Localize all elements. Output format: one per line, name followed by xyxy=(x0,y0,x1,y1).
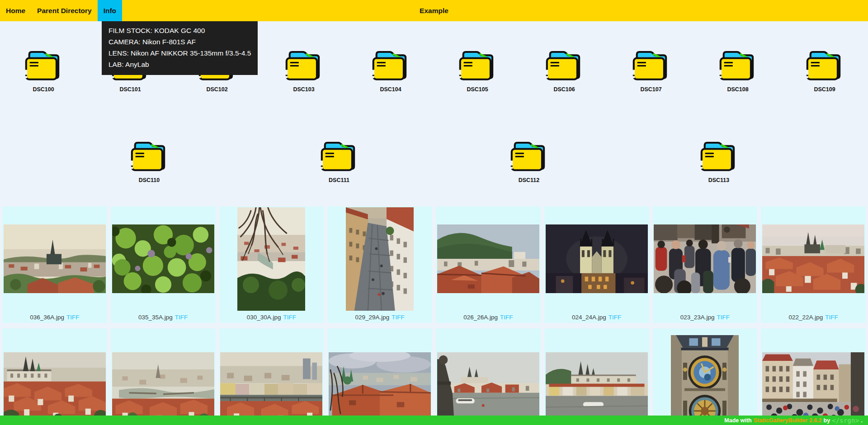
photo-030-30a xyxy=(237,207,305,311)
folder-row-2: DSC110 DSC111 DSC112 DSC113 xyxy=(0,137,868,183)
photo-022-22a xyxy=(762,224,864,293)
tiff-link[interactable]: TIFF xyxy=(500,314,513,321)
photo-024-24a xyxy=(546,224,648,293)
thumbnail-link[interactable] xyxy=(762,224,864,293)
nav-bar: Home Parent Directory Info Example xyxy=(0,0,868,21)
tiff-link[interactable]: TIFF xyxy=(283,314,297,321)
gallery-cell xyxy=(761,328,866,425)
folder-icon xyxy=(128,137,170,174)
folder-dsc107[interactable]: DSC107 xyxy=(630,47,672,93)
tooltip-lab: LAB: AnyLab xyxy=(108,59,251,70)
gallery-cell: 022_22A.jpgTIFF xyxy=(761,206,866,323)
folder-icon xyxy=(717,47,759,83)
folder-dsc113[interactable]: DSC113 xyxy=(698,137,740,183)
thumbnail-link[interactable] xyxy=(112,352,214,421)
folder-icon xyxy=(543,47,585,83)
folder-dsc100[interactable]: DSC100 xyxy=(23,47,64,93)
gallery-cell xyxy=(327,328,432,425)
photo-rooftops xyxy=(329,352,431,421)
thumbnail-filename-link[interactable]: 030_30A.jpg xyxy=(247,314,281,321)
thumbnail-link[interactable] xyxy=(546,224,648,293)
gallery-cell xyxy=(653,328,758,425)
folder-dsc112[interactable]: DSC112 xyxy=(508,137,550,183)
folder-label: DSC106 xyxy=(553,86,575,93)
photo-castle-river xyxy=(546,352,648,421)
folder-dsc108[interactable]: DSC108 xyxy=(717,47,759,93)
gallery-row-2 xyxy=(0,328,868,425)
thumbnail-link[interactable] xyxy=(4,224,106,293)
thumbnail-filename-link[interactable]: 024_24A.jpg xyxy=(572,314,606,321)
thumbnail-link[interactable] xyxy=(329,352,431,421)
folder-dsc106[interactable]: DSC106 xyxy=(543,47,585,93)
folder-label: DSC109 xyxy=(814,86,835,93)
thumbnail-link[interactable] xyxy=(220,352,322,421)
photo-river-mist xyxy=(112,352,214,421)
photo-036-36a xyxy=(4,224,106,293)
folder-label: DSC100 xyxy=(33,86,54,93)
thumbnail-filename-link[interactable]: 035_35A.jpg xyxy=(138,314,173,321)
gallery-cell xyxy=(111,328,216,425)
folder-dsc111[interactable]: DSC111 xyxy=(318,137,360,183)
nav-parent-directory[interactable]: Parent Directory xyxy=(31,0,98,21)
gallery-cell xyxy=(2,328,107,425)
folder-dsc110[interactable]: DSC110 xyxy=(128,137,170,183)
gallery-cell: 035_35A.jpgTIFF xyxy=(111,206,216,323)
info-tooltip: FILM STOCK: KODAK GC 400 CAMERA: Nikon F… xyxy=(102,21,258,75)
gallery-section: 036_36A.jpgTIFF 035_35A.jpgTIFF xyxy=(0,206,868,425)
tiff-link[interactable]: TIFF xyxy=(66,314,80,321)
tiff-link[interactable]: TIFF xyxy=(717,314,730,321)
photo-city-highrise xyxy=(220,352,322,421)
folder-icon xyxy=(283,47,325,83)
photo-street-crowd xyxy=(762,352,864,421)
thumbnail-filename-link[interactable]: 029_29A.jpg xyxy=(355,314,389,321)
thumbnail-filename-link[interactable]: 023_23A.jpg xyxy=(680,314,715,321)
nav-home[interactable]: Home xyxy=(0,0,31,21)
folder-dsc104[interactable]: DSC104 xyxy=(370,47,411,93)
thumbnail-link[interactable] xyxy=(346,207,414,311)
folder-dsc103[interactable]: DSC103 xyxy=(283,47,325,93)
tiff-link[interactable]: TIFF xyxy=(175,314,188,321)
thumbnail-link[interactable] xyxy=(546,352,648,421)
footer-by: by xyxy=(824,417,830,424)
photo-castle-panorama xyxy=(4,352,106,421)
thumbnail-link[interactable] xyxy=(654,224,756,293)
photo-bridge-statue xyxy=(437,352,539,421)
gallery-cell: 029_29A.jpgTIFF xyxy=(327,206,432,323)
folder-icon xyxy=(318,137,360,174)
folder-label: DSC103 xyxy=(293,86,314,93)
thumbnail-link[interactable] xyxy=(762,352,864,421)
thumbnail-link[interactable] xyxy=(437,224,539,293)
page-title: Example xyxy=(0,0,868,21)
folder-icon xyxy=(508,137,550,174)
footer-builder-link[interactable]: StaticGalleryBuilder 2.6.2 xyxy=(754,417,822,424)
footer-made-with: Made with xyxy=(724,417,751,424)
folder-icon xyxy=(457,47,498,83)
thumbnail-link[interactable] xyxy=(4,352,106,421)
gallery-row-1: 036_36A.jpgTIFF 035_35A.jpgTIFF xyxy=(0,206,868,323)
tooltip-camera: CAMERA: Nikon F-801S AF xyxy=(108,36,251,47)
tooltip-film-stock: FILM STOCK: KODAK GC 400 xyxy=(108,25,251,36)
folder-label: DSC108 xyxy=(727,86,748,93)
folder-label: DSC105 xyxy=(467,86,488,93)
thumbnail-link[interactable] xyxy=(671,335,739,425)
folder-icon xyxy=(370,47,411,83)
thumbnail-link[interactable] xyxy=(437,352,539,421)
folder-dsc109[interactable]: DSC109 xyxy=(804,47,845,93)
thumbnail-link[interactable] xyxy=(237,207,305,311)
gallery-cell: 024_24A.jpgTIFF xyxy=(544,206,649,323)
thumbnail-filename-link[interactable]: 022_22A.jpg xyxy=(788,314,823,321)
gallery-cell xyxy=(219,328,324,425)
photo-029-29a xyxy=(346,207,414,311)
tiff-link[interactable]: TIFF xyxy=(825,314,838,321)
footer-author-link[interactable]: </srgn> xyxy=(832,417,859,424)
nav-info[interactable]: Info xyxy=(98,0,122,21)
folder-label: DSC104 xyxy=(380,86,401,93)
thumbnail-filename-link[interactable]: 036_36A.jpg xyxy=(30,314,64,321)
thumbnail-filename-link[interactable]: 026_26A.jpg xyxy=(463,314,498,321)
folder-icon xyxy=(23,47,64,83)
gallery-cell: 030_30A.jpgTIFF xyxy=(219,206,324,323)
tiff-link[interactable]: TIFF xyxy=(609,314,622,321)
thumbnail-link[interactable] xyxy=(112,224,214,293)
folder-dsc105[interactable]: DSC105 xyxy=(457,47,498,93)
tiff-link[interactable]: TIFF xyxy=(392,314,405,321)
